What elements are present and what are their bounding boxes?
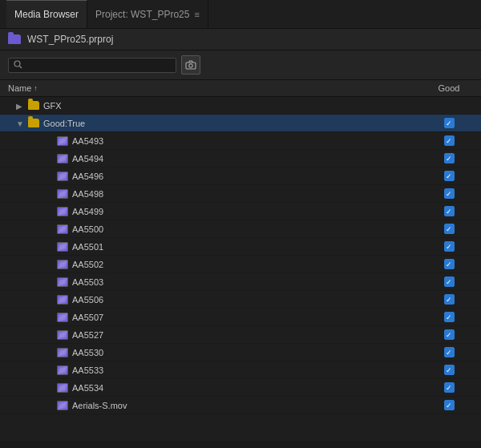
list-item[interactable]: AA5496 ✓: [0, 167, 481, 185]
item-label: GFX: [43, 101, 62, 111]
list-item[interactable]: AA5500 ✓: [0, 220, 481, 238]
folder-icon: [28, 101, 39, 110]
clip-icon: [57, 207, 68, 216]
checkbox-checked[interactable]: ✓: [444, 241, 455, 252]
project-file-name: WST_PPro25.prproj: [27, 34, 113, 45]
checkbox-checked[interactable]: ✓: [444, 188, 455, 199]
row-good[interactable]: ✓: [425, 365, 473, 375]
tab-project-menu-icon[interactable]: ≡: [194, 10, 199, 19]
clip-icon: [57, 224, 68, 234]
row-good[interactable]: ✓: [425, 135, 473, 146]
row-good[interactable]: ✓: [425, 259, 473, 269]
svg-rect-2: [186, 63, 196, 69]
row-good[interactable]: ✓: [425, 188, 473, 199]
list-item[interactable]: AA5499 ✓: [0, 203, 481, 220]
item-label: AA5501: [72, 242, 103, 252]
checkbox-checked[interactable]: ✓: [444, 206, 455, 216]
checkbox-checked[interactable]: ✓: [444, 365, 455, 375]
row-good[interactable]: ✓: [425, 312, 473, 322]
clip-icon: [57, 189, 68, 199]
row-name: AA5501: [8, 242, 425, 252]
checkbox-checked[interactable]: ✓: [444, 382, 455, 393]
row-good[interactable]: ✓: [425, 224, 473, 234]
row-name: AA5493: [8, 136, 425, 146]
row-name: AA5502: [8, 260, 425, 269]
clip-icon: [57, 154, 68, 163]
item-label: AA5506: [72, 295, 103, 305]
list-item[interactable]: ▶ GFX: [0, 97, 481, 115]
camera-icon-button[interactable]: [181, 55, 200, 75]
search-bar: [0, 50, 481, 80]
row-good[interactable]: ✓: [425, 118, 473, 128]
list-item[interactable]: AA5501 ✓: [0, 238, 481, 256]
checkbox-checked[interactable]: ✓: [444, 294, 455, 305]
clip-icon: [57, 260, 68, 269]
list-item[interactable]: AA5498 ✓: [0, 185, 481, 203]
row-good[interactable]: ✓: [425, 276, 473, 287]
row-good[interactable]: ✓: [425, 153, 473, 163]
list-item[interactable]: AA5506 ✓: [0, 291, 481, 309]
row-good[interactable]: ✓: [425, 294, 473, 305]
list-item[interactable]: AA5527 ✓: [0, 326, 481, 344]
checkbox-checked[interactable]: ✓: [444, 171, 455, 181]
checkbox-checked[interactable]: ✓: [444, 400, 455, 410]
list-item[interactable]: AA5534 ✓: [0, 379, 481, 397]
project-header: WST_PPro25.prproj: [0, 29, 481, 50]
list-item[interactable]: AA5502 ✓: [0, 256, 481, 273]
list-item[interactable]: Aerials-S.mov ✓: [0, 397, 481, 414]
checkbox-checked[interactable]: ✓: [444, 153, 455, 163]
checkbox-checked[interactable]: ✓: [444, 276, 455, 287]
column-name-header[interactable]: Name ↑: [8, 83, 425, 93]
item-label: Aerials-S.mov: [72, 401, 127, 410]
row-good[interactable]: ✓: [425, 206, 473, 216]
chevron-right-icon: ▶: [16, 102, 24, 110]
item-label: AA5498: [72, 189, 103, 199]
row-good[interactable]: ✓: [425, 241, 473, 252]
row-good[interactable]: ✓: [425, 329, 473, 340]
checkbox-checked[interactable]: ✓: [444, 135, 455, 146]
list-item[interactable]: AA5493 ✓: [0, 132, 481, 150]
checkbox-checked[interactable]: ✓: [444, 118, 455, 128]
clip-icon: [57, 348, 68, 357]
row-good[interactable]: [425, 100, 473, 111]
list-item[interactable]: AA5507 ✓: [0, 309, 481, 326]
svg-line-1: [20, 66, 22, 68]
row-good[interactable]: ✓: [425, 382, 473, 393]
search-icon: [14, 60, 22, 71]
row-good[interactable]: ✓: [425, 171, 473, 181]
clip-icon: [57, 172, 68, 181]
row-good[interactable]: ✓: [425, 400, 473, 410]
checkbox-checked[interactable]: ✓: [444, 224, 455, 234]
tab-media-browser[interactable]: Media Browser: [6, 0, 87, 28]
search-input[interactable]: [26, 60, 171, 70]
list-item[interactable]: AA5494 ✓: [0, 150, 481, 167]
row-good[interactable]: ✓: [425, 347, 473, 357]
item-label: AA5496: [72, 172, 103, 181]
row-name: AA5494: [8, 154, 425, 163]
checkbox-checked[interactable]: ✓: [444, 329, 455, 340]
tab-project[interactable]: Project: WST_PPro25 ≡: [87, 0, 208, 28]
list-item[interactable]: AA5530 ✓: [0, 344, 481, 361]
list-item[interactable]: AA5503 ✓: [0, 273, 481, 291]
sort-arrow-icon: ↑: [34, 84, 38, 92]
row-name: AA5530: [8, 348, 425, 357]
folder-icon: [28, 119, 39, 127]
checkbox-empty: [444, 100, 455, 111]
clip-icon: [57, 401, 68, 410]
row-name: AA5499: [8, 207, 425, 216]
list-item[interactable]: AA5533 ✓: [0, 361, 481, 379]
checkbox-checked[interactable]: ✓: [444, 312, 455, 322]
row-name: AA5534: [8, 383, 425, 393]
chevron-down-icon: ▼: [16, 119, 24, 127]
svg-point-3: [189, 64, 192, 67]
column-good-header[interactable]: Good: [425, 83, 473, 93]
item-label: AA5534: [72, 383, 103, 393]
checkbox-checked[interactable]: ✓: [444, 259, 455, 269]
project-folder-icon: [8, 34, 21, 44]
clip-icon: [57, 313, 68, 322]
row-name: AA5507: [8, 313, 425, 322]
clip-icon: [57, 295, 68, 305]
list-item[interactable]: ▼ Good:True ✓: [0, 115, 481, 132]
tab-project-label: Project: WST_PPro25: [95, 9, 189, 20]
checkbox-checked[interactable]: ✓: [444, 347, 455, 357]
